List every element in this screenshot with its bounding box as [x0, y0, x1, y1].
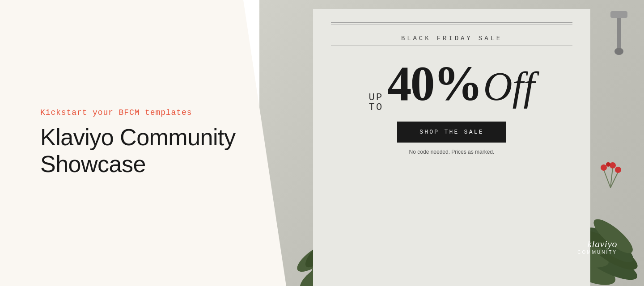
shop-cta-button[interactable]: SHOP THE SALE	[397, 122, 506, 143]
title-line2: Showcase	[40, 151, 146, 177]
svg-line-19	[604, 170, 610, 188]
svg-rect-16	[617, 13, 621, 49]
berry-decoration	[599, 161, 622, 192]
discount-block: UP TO 40% Off	[369, 59, 534, 113]
up-text: UP	[369, 93, 383, 103]
klaviyo-brand-name: klaviyo	[577, 238, 617, 250]
svg-point-25	[606, 162, 610, 167]
to-text: TO	[369, 103, 383, 113]
main-title: Klaviyo Community Showcase	[40, 124, 246, 178]
subtitle-text: Kickstart your BFCM templates	[40, 108, 246, 117]
top-line-2	[331, 25, 572, 25]
top-line-1	[331, 22, 572, 23]
off-text: Off	[483, 67, 535, 107]
email-mockup: BLACK FRIDAY SALE UP TO 40% Off SHOP THE…	[313, 9, 590, 286]
tool-decoration	[602, 9, 637, 63]
title-line1: Klaviyo Community	[40, 124, 236, 150]
left-panel: Kickstart your BFCM templates Klaviyo Co…	[0, 0, 286, 286]
bottom-line-2	[331, 48, 572, 48]
discount-percentage: 40%	[387, 59, 482, 108]
email-bottom-lines	[331, 46, 572, 50]
right-panel: BLACK FRIDAY SALE UP TO 40% Off SHOP THE…	[259, 0, 644, 286]
up-to-label: UP TO	[369, 93, 383, 113]
fine-print-text: No code needed. Prices as marked.	[409, 149, 495, 155]
svg-point-23	[610, 162, 616, 168]
svg-point-22	[601, 164, 607, 171]
email-heading: BLACK FRIDAY SALE	[401, 35, 502, 42]
page-container: Kickstart your BFCM templates Klaviyo Co…	[0, 0, 644, 286]
bottom-line-1	[331, 46, 572, 46]
klaviyo-community-label: COMMUNITY	[577, 250, 617, 255]
svg-point-18	[614, 48, 623, 55]
svg-rect-17	[610, 11, 627, 18]
svg-point-24	[615, 167, 621, 173]
email-top-lines	[331, 22, 572, 27]
klaviyo-logo: klaviyo COMMUNITY	[577, 238, 617, 255]
